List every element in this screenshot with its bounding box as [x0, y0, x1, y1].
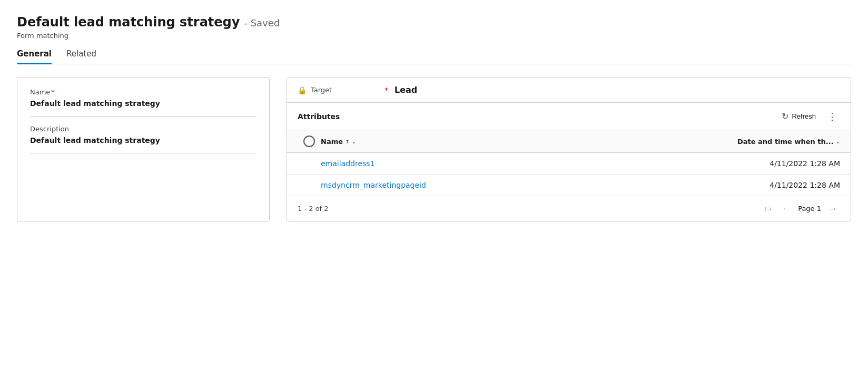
- target-required-star: *: [384, 86, 388, 94]
- row-date-value: 4/11/2022 1:28 AM: [703, 181, 840, 189]
- table-row: emailaddress1 4/11/2022 1:28 AM: [287, 153, 851, 175]
- refresh-label: Refresh: [792, 112, 816, 120]
- name-required-star: *: [51, 88, 55, 96]
- tab-related[interactable]: Related: [66, 49, 96, 64]
- table-row: msdyncrm_marketingpageid 4/11/2022 1:28 …: [287, 175, 851, 196]
- pagination-bar: 1 - 2 of 2 ↦ ← Page 1 →: [287, 196, 851, 221]
- description-field-value: Default lead matching strategy: [30, 136, 257, 144]
- target-value: Lead: [394, 85, 417, 95]
- table-header: Name ↑ ⌄ Date and time when th... ⌄: [287, 130, 851, 153]
- name-field-label: Name*: [30, 88, 257, 96]
- row-name-link[interactable]: msdyncrm_marketingpageid: [321, 181, 703, 189]
- attributes-title: Attributes: [298, 112, 773, 121]
- table-rows-container: emailaddress1 4/11/2022 1:28 AM msdyncrm…: [287, 153, 851, 196]
- first-page-button[interactable]: ↦: [762, 202, 775, 215]
- target-label: Target: [311, 86, 374, 94]
- description-field-label: Description: [30, 125, 257, 133]
- row-date-value: 4/11/2022 1:28 AM: [703, 159, 840, 168]
- tab-general[interactable]: General: [17, 49, 52, 64]
- name-chevron-icon: ⌄: [351, 139, 356, 144]
- saved-status: - Saved: [244, 17, 280, 28]
- lock-icon: 🔒: [298, 86, 307, 94]
- name-sort-icon: ↑: [345, 139, 349, 144]
- page-title: Default lead matching strategy: [17, 15, 240, 30]
- prev-page-button[interactable]: ←: [779, 203, 794, 215]
- left-form-card: Name* Default lead matching strategy Des…: [17, 77, 270, 221]
- attributes-header: Attributes ↻ Refresh ⋮: [287, 103, 851, 130]
- date-column-header[interactable]: Date and time when th... ⌄: [703, 138, 840, 146]
- select-all-checkbox-col: [298, 136, 321, 147]
- pagination-info: 1 - 2 of 2: [298, 205, 329, 213]
- next-page-button[interactable]: →: [825, 203, 840, 215]
- refresh-icon: ↻: [782, 111, 788, 121]
- pagination-controls: ↦ ← Page 1 →: [762, 202, 840, 215]
- name-divider: [30, 116, 257, 117]
- date-chevron-icon: ⌄: [836, 139, 840, 144]
- right-panel-card: 🔒 Target * Lead Attributes ↻ Refresh ⋮ N…: [287, 77, 851, 221]
- target-row: 🔒 Target * Lead: [287, 78, 851, 103]
- refresh-button[interactable]: ↻ Refresh: [777, 109, 820, 123]
- name-column-header[interactable]: Name ↑ ⌄: [321, 138, 703, 146]
- more-options-button[interactable]: ⋮: [824, 111, 840, 122]
- tab-bar: General Related: [17, 49, 851, 64]
- name-field-value: Default lead matching strategy: [30, 99, 257, 108]
- main-content: Name* Default lead matching strategy Des…: [17, 77, 851, 221]
- select-all-circle[interactable]: [303, 136, 315, 147]
- row-name-link[interactable]: emailaddress1: [321, 159, 703, 168]
- page-subtitle: Form matching: [17, 32, 851, 40]
- page-label: Page 1: [798, 205, 821, 213]
- description-divider: [30, 153, 257, 153]
